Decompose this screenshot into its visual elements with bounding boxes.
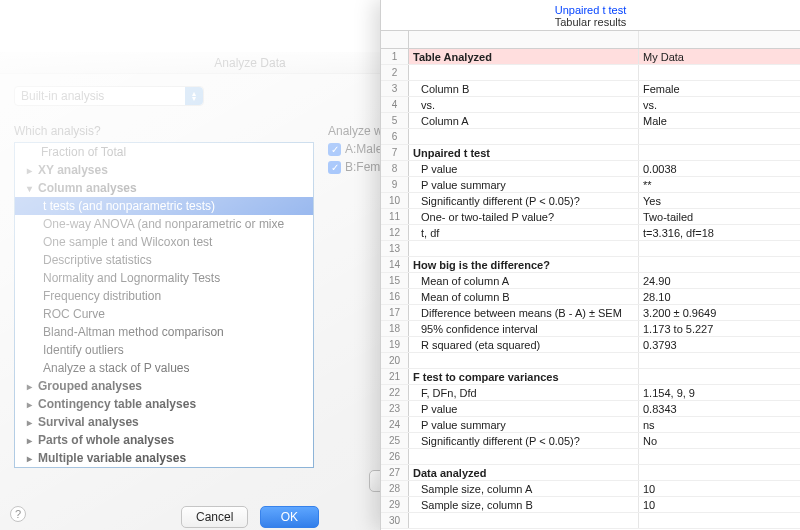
result-label-cell xyxy=(409,65,639,80)
results-row[interactable]: 24P value summaryns xyxy=(381,417,800,433)
result-label-cell: Sample size, column A xyxy=(409,481,639,496)
result-label-cell: 95% confidence interval xyxy=(409,321,639,336)
result-label-cell: One- or two-tailed P value? xyxy=(409,209,639,224)
tree-item[interactable]: Identify outliers xyxy=(15,341,313,359)
result-value-cell: No xyxy=(639,433,800,448)
tree-group[interactable]: Multiple variable analyses xyxy=(15,449,313,467)
row-number: 9 xyxy=(381,177,409,192)
result-label-cell: F test to compare variances xyxy=(409,369,639,384)
tree-item[interactable]: One sample t and Wilcoxon test xyxy=(15,233,313,251)
tree-group[interactable]: Grouped analyses xyxy=(15,377,313,395)
results-row[interactable]: 28Sample size, column A10 xyxy=(381,481,800,497)
analysis-type-select[interactable]: Built-in analysis ▴▾ xyxy=(14,86,204,106)
row-number: 16 xyxy=(381,289,409,304)
result-label-cell xyxy=(409,449,639,464)
results-row[interactable]: 13 xyxy=(381,241,800,257)
tree-item[interactable]: Fraction of Total xyxy=(15,143,313,161)
result-value-cell xyxy=(639,353,800,368)
row-number: 8 xyxy=(381,161,409,176)
row-number: 4 xyxy=(381,97,409,112)
results-row[interactable]: 5Column AMale xyxy=(381,113,800,129)
results-row[interactable]: 27Data analyzed xyxy=(381,465,800,481)
results-row[interactable]: 22F, DFn, Dfd1.154, 9, 9 xyxy=(381,385,800,401)
result-label-cell: P value summary xyxy=(409,177,639,192)
row-number: 6 xyxy=(381,129,409,144)
row-number: 15 xyxy=(381,273,409,288)
tree-group-xy[interactable]: XY analyses xyxy=(15,161,313,179)
result-value-cell xyxy=(639,241,800,256)
results-row[interactable]: 23P value0.8343 xyxy=(381,401,800,417)
results-row[interactable]: 12t, dft=3.316, df=18 xyxy=(381,225,800,241)
tree-group[interactable]: Parts of whole analyses xyxy=(15,431,313,449)
analysis-tree[interactable]: Fraction of Total XY analyses Column ana… xyxy=(14,142,314,468)
results-row[interactable]: 29Sample size, column B10 xyxy=(381,497,800,513)
result-value-cell: ns xyxy=(639,417,800,432)
result-label-cell: Mean of column A xyxy=(409,273,639,288)
tree-item[interactable]: Analyze a stack of P values xyxy=(15,359,313,377)
results-row[interactable]: 21F test to compare variances xyxy=(381,369,800,385)
row-number: 1 xyxy=(381,49,409,64)
row-number: 18 xyxy=(381,321,409,336)
tree-item[interactable]: One-way ANOVA (and nonparametric or mixe xyxy=(15,215,313,233)
results-row[interactable]: 2 xyxy=(381,65,800,81)
tree-item[interactable]: ROC Curve xyxy=(15,305,313,323)
results-row[interactable]: 3Column BFemale xyxy=(381,81,800,97)
results-row[interactable]: 11One- or two-tailed P value?Two-tailed xyxy=(381,209,800,225)
results-body: 1Table AnalyzedMy Data23Column BFemale4v… xyxy=(381,49,800,529)
result-value-cell: Two-tailed xyxy=(639,209,800,224)
results-row[interactable]: 10Significantly different (P < 0.05)?Yes xyxy=(381,193,800,209)
results-row[interactable]: 26 xyxy=(381,449,800,465)
row-number: 26 xyxy=(381,449,409,464)
results-title-link[interactable]: Unpaired t test xyxy=(381,4,800,16)
result-label-cell: P value xyxy=(409,161,639,176)
results-row[interactable]: 1Table AnalyzedMy Data xyxy=(381,49,800,65)
ok-button[interactable]: OK xyxy=(260,506,319,528)
row-number: 5 xyxy=(381,113,409,128)
results-sheet: Unpaired t test Tabular results 1Table A… xyxy=(380,0,800,530)
tree-item[interactable]: Frequency distribution xyxy=(15,287,313,305)
results-row[interactable]: 8P value0.0038 xyxy=(381,161,800,177)
results-row[interactable]: 25Significantly different (P < 0.05)?No xyxy=(381,433,800,449)
tree-item[interactable]: Descriptive statistics xyxy=(15,251,313,269)
tree-group[interactable]: Contingency table analyses xyxy=(15,395,313,413)
result-value-cell xyxy=(639,257,800,272)
row-number: 27 xyxy=(381,465,409,480)
tree-group[interactable]: Nested analyses xyxy=(15,467,313,468)
result-label-cell: Difference between means (B - A) ± SEM xyxy=(409,305,639,320)
row-number: 25 xyxy=(381,433,409,448)
results-row[interactable]: 9P value summary** xyxy=(381,177,800,193)
tree-item[interactable]: Bland-Altman method comparison xyxy=(15,323,313,341)
result-value-cell: Yes xyxy=(639,193,800,208)
results-row[interactable]: 30 xyxy=(381,513,800,529)
result-value-cell: 3.200 ± 0.9649 xyxy=(639,305,800,320)
results-row[interactable]: 16Mean of column B28.10 xyxy=(381,289,800,305)
tree-group-column[interactable]: Column analyses xyxy=(15,179,313,197)
row-number: 17 xyxy=(381,305,409,320)
results-row[interactable]: 15Mean of column A24.90 xyxy=(381,273,800,289)
result-value-cell: My Data xyxy=(639,49,800,64)
results-row[interactable]: 4vs.vs. xyxy=(381,97,800,113)
results-row[interactable]: 6 xyxy=(381,129,800,145)
tree-item-ttests[interactable]: t tests (and nonparametric tests) xyxy=(15,197,313,215)
result-value-cell: 1.173 to 5.227 xyxy=(639,321,800,336)
result-value-cell xyxy=(639,449,800,464)
row-number: 14 xyxy=(381,257,409,272)
result-value-cell: Female xyxy=(639,81,800,96)
row-number: 21 xyxy=(381,369,409,384)
result-label-cell: Mean of column B xyxy=(409,289,639,304)
results-row[interactable]: 17Difference between means (B - A) ± SEM… xyxy=(381,305,800,321)
row-number: 12 xyxy=(381,225,409,240)
results-row[interactable]: 7Unpaired t test xyxy=(381,145,800,161)
results-subtitle: Tabular results xyxy=(381,16,800,28)
results-row[interactable]: 14How big is the difference? xyxy=(381,257,800,273)
result-value-cell xyxy=(639,513,800,528)
row-number: 24 xyxy=(381,417,409,432)
row-number: 10 xyxy=(381,193,409,208)
tree-group[interactable]: Survival analyses xyxy=(15,413,313,431)
results-row[interactable]: 19R squared (eta squared)0.3793 xyxy=(381,337,800,353)
results-row[interactable]: 1895% confidence interval1.173 to 5.227 xyxy=(381,321,800,337)
results-row[interactable]: 20 xyxy=(381,353,800,369)
cancel-button[interactable]: Cancel xyxy=(181,506,248,528)
tree-item[interactable]: Normality and Lognormality Tests xyxy=(15,269,313,287)
result-label-cell xyxy=(409,353,639,368)
